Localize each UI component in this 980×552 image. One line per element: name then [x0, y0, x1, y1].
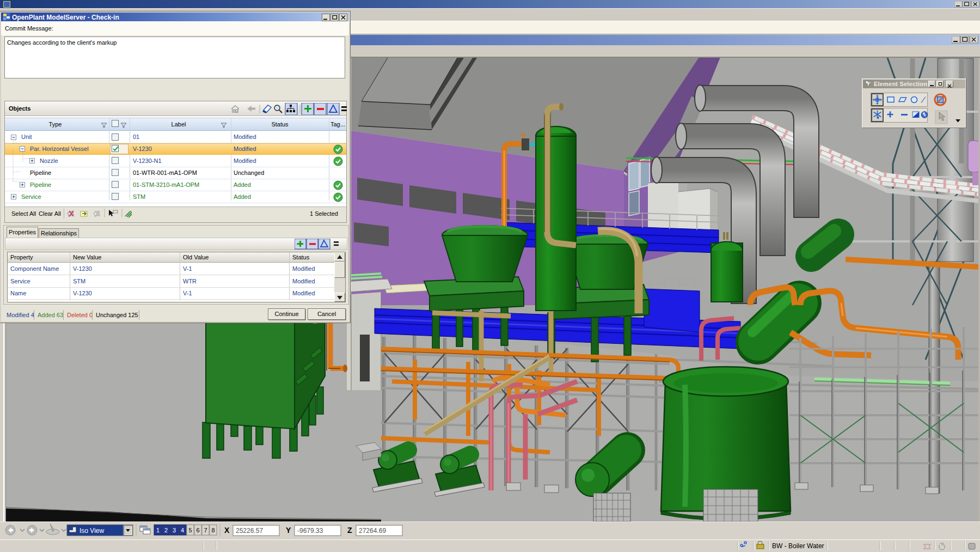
svg-text:1: 1: [156, 527, 160, 533]
svg-text:-9679.33: -9679.33: [297, 527, 323, 535]
svg-text:2: 2: [164, 527, 168, 533]
svg-text:5: 5: [188, 527, 192, 533]
svg-text:27264.69: 27264.69: [359, 527, 386, 535]
svg-text:Iso View: Iso View: [79, 527, 104, 535]
svg-text:6: 6: [196, 527, 199, 533]
svg-text:X: X: [224, 526, 230, 535]
svg-text:Y: Y: [286, 526, 291, 535]
svg-text:4: 4: [181, 527, 184, 533]
svg-text:3: 3: [173, 527, 176, 533]
svg-text:7: 7: [204, 527, 207, 533]
svg-text:Z: Z: [347, 526, 352, 535]
svg-text:8: 8: [211, 527, 215, 533]
svg-text:BW - Boiler Water: BW - Boiler Water: [772, 542, 824, 550]
svg-text:25226.57: 25226.57: [236, 527, 263, 535]
